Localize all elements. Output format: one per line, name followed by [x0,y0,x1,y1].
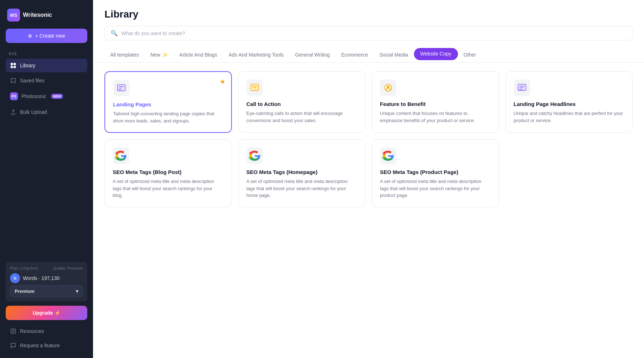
cards-area: ★ Landing Pages Tailored high-converting… [93,63,644,358]
tab-ecommerce[interactable]: Ecommerce [336,48,374,63]
card-call-to-action[interactable]: Call to Action Eye-catching calls to act… [238,71,366,133]
card-desc-cta: Eye-catching calls to action that will e… [247,110,357,124]
card-seo-homepage[interactable]: SEO Meta Tags (Homepage) A set of optimi… [238,139,366,207]
card-title-feature: Feature to Benefit [380,101,491,107]
tab-social[interactable]: Social Media [374,48,414,63]
svg-rect-5 [117,84,125,91]
photosonic-badge: new [51,94,63,99]
plan-labels: Plan: Long-form Quality: Premium [10,266,83,270]
card-icon-feature [380,79,396,96]
tab-other[interactable]: Other [458,48,482,63]
card-seo-blog[interactable]: SEO Meta Tags (Blog Post) A set of optim… [104,139,232,207]
card-desc-feature: Unique content that focuses on features … [380,110,491,124]
landing-icon [117,83,126,93]
tab-general[interactable]: General Writing [289,48,336,63]
cards-grid-row1: ★ Landing Pages Tailored high-converting… [104,71,633,133]
resource-icon [10,328,16,334]
tab-new[interactable]: New ✨ [145,48,174,63]
grid-icon [10,62,16,69]
card-icon-seo-home [247,147,263,164]
sidebar-item-request[interactable]: Request a feature [6,339,87,352]
tab-website[interactable]: Website Copy [414,48,458,60]
sidebar-item-bulk[interactable]: Bulk Upload [6,105,87,119]
tab-all[interactable]: All templates [104,48,145,63]
page-header: Library 🔍 [93,0,644,48]
card-feature-benefit[interactable]: Feature to Benefit Unique content that f… [372,71,499,133]
card-title-landing: Landing Pages [113,101,223,107]
words-count: Words · 197,130 [23,275,59,281]
card-title-cta: Call to Action [247,101,357,107]
tab-articles[interactable]: Article And Blogs [174,48,223,63]
upload-icon [10,109,16,115]
card-title-seo-product: SEO Meta Tags (Product Page) [380,169,491,175]
search-bar: 🔍 [104,26,633,40]
create-plus-icon: ⊕ [28,33,32,39]
sidebar-bulk-label: Bulk Upload [20,109,47,115]
sidebar-library-label: Library [20,63,35,68]
card-title-headlines: Landing Page Headlines [514,101,625,107]
sidebar-section-label: XYZ [6,49,87,57]
svg-rect-2 [11,66,13,68]
main-content: Library 🔍 All templates New ✨ Article An… [93,0,644,358]
headlines-icon [517,83,527,92]
plan-info-box: Plan: Long-form Quality: Premium G Words… [6,262,87,301]
card-desc-seo-product: A set of optimized meta title and meta d… [380,178,491,199]
google-icon-product [382,149,395,162]
request-label: Request a feature [20,343,60,348]
plan-label: Plan: Long-form [10,266,38,270]
quality-label: Quality: Premium [53,266,83,270]
card-desc-seo-home: A set of optimized meta title and meta d… [247,178,357,199]
sidebar-photosonic-label: Photosonic [21,93,46,99]
dropdown-arrow: ▾ [76,289,78,294]
card-title-seo-home: SEO Meta Tags (Homepage) [247,169,357,175]
sidebar-bottom: Resources Request a feature [6,324,87,352]
card-desc-seo-blog: A set of optimized meta title and meta d… [113,178,224,199]
avatar: G [10,273,20,283]
card-icon-seo-blog [113,147,129,164]
sidebar-saved-label: Saved files [20,78,44,83]
bookmark-icon [10,77,16,84]
resources-label: Resources [20,328,44,334]
logo-area: WS Writesonic [6,6,87,27]
create-new-button[interactable]: ⊕ + Create new [6,29,87,43]
card-desc-landing: Tailored high-converting landing page co… [113,110,223,124]
sidebar: WS Writesonic ⊕ + Create new XYZ Library… [0,0,93,358]
sidebar-item-resources[interactable]: Resources [6,324,87,338]
logo-icon: WS [7,9,20,21]
feature-icon [384,83,393,92]
upgrade-label: Upgrade ⚡ [33,310,60,316]
card-title-seo-blog: SEO Meta Tags (Blog Post) [113,169,224,175]
svg-rect-6 [251,84,259,90]
google-icon-home [248,149,261,162]
svg-rect-0 [11,63,13,65]
card-icon-cta [247,79,263,96]
search-icon: 🔍 [111,30,118,37]
card-icon-landing [113,80,130,96]
svg-rect-3 [14,66,16,68]
premium-select[interactable]: Premium ▾ [10,285,83,297]
card-icon-seo-product [380,147,396,164]
sidebar-item-saved[interactable]: Saved files [6,74,87,87]
card-seo-product[interactable]: SEO Meta Tags (Product Page) A set of op… [372,139,499,207]
cards-grid-row2: SEO Meta Tags (Blog Post) A set of optim… [104,139,633,207]
tab-ads[interactable]: Ads And Marketing Tools [223,48,289,63]
premium-label: Premium [15,289,35,294]
svg-point-8 [387,86,390,88]
svg-rect-1 [14,63,16,65]
chat-icon [10,342,16,349]
photosonic-icon: PS [10,92,18,100]
page-title: Library [104,9,633,20]
card-icon-headlines [514,79,530,96]
card-desc-headlines: Unique and catchy headlines that are per… [514,110,625,124]
star-icon: ★ [220,78,225,86]
card-landing-headlines[interactable]: Landing Page Headlines Unique and catchy… [506,71,633,133]
sidebar-item-photosonic[interactable]: PS Photosonic new [6,89,87,104]
words-row: G Words · 197,130 [10,273,83,283]
cta-icon [250,83,259,92]
upgrade-button[interactable]: Upgrade ⚡ [6,306,87,320]
search-input[interactable] [121,30,626,36]
sidebar-item-library[interactable]: Library [6,59,87,72]
logo-text: Writesonic [23,12,52,18]
tabs-bar: All templates New ✨ Article And Blogs Ad… [93,48,644,63]
card-landing-pages[interactable]: ★ Landing Pages Tailored high-converting… [104,71,232,133]
